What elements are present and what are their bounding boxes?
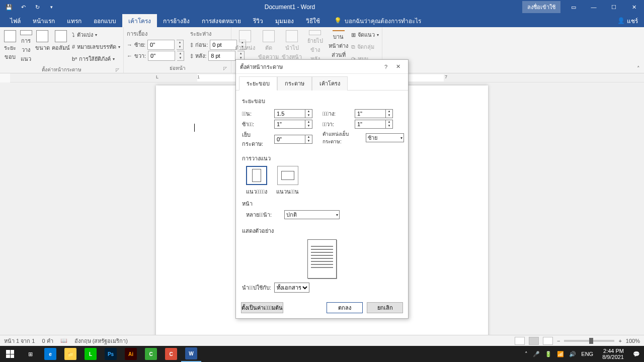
dialog-tab-layout[interactable]: เค้าโครง (312, 76, 348, 90)
right-margin-spinner[interactable]: ▲▼ (355, 120, 393, 129)
tell-me[interactable]: 💡 บอกฉันว่าคุณต้องการทำอะไร (334, 16, 421, 26)
undo-icon[interactable]: ↶ (17, 1, 29, 13)
indent-left[interactable]: →ซ้าย:▲▼ (127, 39, 184, 50)
line-numbers-button[interactable]: #หมายเลขบรรทัด▾ (72, 41, 120, 52)
margins-button[interactable]: ระยะ ขอบ (3, 29, 17, 63)
taskbar-app-camtasia[interactable]: C (141, 346, 161, 362)
right-margin-input[interactable] (355, 120, 386, 129)
right-label: ข̲วา: (323, 120, 352, 129)
tab-references[interactable]: การอ้างอิง (157, 14, 196, 27)
view-read-icon[interactable] (515, 337, 525, 345)
paragraph-launcher-icon[interactable]: ◸ (223, 66, 227, 71)
dialog-close-icon[interactable]: ✕ (392, 63, 404, 70)
collapse-ribbon-icon[interactable]: ˄ (637, 65, 640, 72)
group-paragraph-label: ย่อหน้า (170, 65, 186, 71)
columns-button[interactable]: คอลัมน์ (52, 29, 70, 63)
gutter-spinner[interactable]: ▲▼ (274, 135, 312, 144)
status-words[interactable]: 0 คำ (42, 336, 53, 345)
tab-design[interactable]: ออกแบบ (88, 14, 122, 27)
start-button[interactable] (0, 346, 20, 362)
tray-wifi-icon[interactable]: 📶 (557, 351, 564, 357)
left-margin-spinner[interactable]: ▲▼ (274, 120, 312, 129)
ribbon-display-icon[interactable]: ▭ (564, 0, 584, 14)
qat-customize-icon[interactable]: ▾ (45, 1, 57, 13)
tab-review[interactable]: รีวิว (247, 14, 269, 27)
status-page[interactable]: หน้า 1 จาก 1 (4, 336, 35, 345)
tray-notifications-icon[interactable]: 💬 (633, 351, 640, 357)
dialog-footer: ตั้งเป็นค่าเริ̲มต้น ตกลง ยกเลิก (236, 299, 408, 318)
title-bar: 💾 ↶ ↻ ▾ Document1 - Word ลงชื่อเข้าใช้ ▭… (0, 0, 644, 14)
zoom-out-icon[interactable]: − (557, 338, 560, 344)
set-default-button[interactable]: ตั้งเป็นค่าเริ̲มต้น (241, 302, 283, 313)
ok-button[interactable]: ตกลง (327, 302, 363, 313)
view-print-icon[interactable] (529, 337, 539, 345)
applyto-select[interactable]: ทั้งเอกสาร (274, 283, 309, 293)
tab-insert[interactable]: แทรก (61, 14, 88, 27)
tray-mic-icon[interactable]: 🎤 (533, 351, 540, 357)
indent-right-spinner[interactable]: ▲▼ (177, 51, 184, 61)
indent-right[interactable]: ←ขวา:▲▼ (127, 50, 184, 61)
orientation-landscape[interactable]: แนวนอ̲น (276, 166, 299, 196)
indent-right-input[interactable] (148, 51, 175, 61)
taskbar-app-illustrator[interactable]: Ai (121, 346, 141, 362)
align-button[interactable]: ⊞จัดแนว▾ (351, 29, 379, 40)
task-view-icon[interactable]: ⊞ (20, 346, 40, 362)
orientation-button[interactable]: การวาง แนว (19, 29, 33, 63)
page-setup-launcher-icon[interactable]: ◸ (116, 67, 119, 72)
vertical-ruler[interactable] (0, 82, 10, 335)
tab-view[interactable]: มุมมอง (269, 14, 300, 27)
view-web-icon[interactable] (543, 337, 553, 345)
indent-left-input[interactable] (147, 40, 175, 50)
dialog-tab-paper[interactable]: กระดาษ (277, 76, 312, 90)
zoom-slider[interactable] (564, 340, 614, 342)
taskbar-app-photoshop[interactable]: Ps (101, 346, 121, 362)
status-lang[interactable]: อังกฤษ (สหรัฐอเมริกา) (74, 336, 128, 345)
taskbar-app-camtasia2[interactable]: C (161, 346, 181, 362)
zoom-in-icon[interactable]: + (618, 338, 621, 344)
taskbar-app-word[interactable]: W (181, 346, 201, 362)
tab-help[interactable]: วิธีใช้ (300, 14, 326, 27)
tab-file[interactable]: ไฟล์ (4, 14, 27, 27)
tray-chevron-icon[interactable]: ˄ (525, 351, 528, 357)
dialog-help-icon[interactable]: ? (380, 64, 392, 70)
save-icon[interactable]: 💾 (3, 1, 15, 13)
ruler-number: 7 (445, 74, 447, 79)
tab-home[interactable]: หน้าแรก (27, 14, 61, 27)
send-backward-button: ย้ายไปข้าง หลัง (304, 29, 326, 63)
share-button[interactable]: 👤 แชร์ (617, 16, 638, 26)
spacing-after-label: หลัง: (195, 51, 206, 60)
tray-battery-icon[interactable]: 🔋 (545, 351, 552, 357)
maximize-icon[interactable]: ☐ (604, 0, 624, 14)
top-margin-spinner[interactable]: ▲▼ (274, 109, 312, 118)
minimize-icon[interactable]: — (584, 0, 604, 14)
multipages-select[interactable]: ปกติ▾ (284, 210, 340, 219)
tray-lang[interactable]: ENG (581, 351, 593, 357)
breaks-button[interactable]: ⤵ตัวแบ่ง▾ (72, 29, 120, 40)
bottom-margin-input[interactable] (355, 109, 386, 118)
tray-volume-icon[interactable]: 🔊 (569, 351, 576, 357)
left-margin-input[interactable] (274, 120, 305, 129)
top-margin-input[interactable] (274, 109, 305, 118)
orientation-portrait[interactable]: แนวตั้̲ง (246, 166, 267, 196)
tab-mailings[interactable]: การส่งจดหมาย (196, 14, 247, 27)
selection-pane-button[interactable]: บานหน้าต่าง ส่วนที่เลือก (328, 29, 349, 63)
sign-in-button[interactable]: ลงชื่อเข้าใช้ (522, 1, 560, 13)
bottom-margin-spinner[interactable]: ▲▼ (355, 109, 393, 118)
tray-clock[interactable]: 2:44 PM 8/9/2021 (598, 348, 628, 360)
gutter-input[interactable] (274, 135, 305, 144)
group-page-setup: ระยะ ขอบ การวาง แนว ขนาด คอลัมน์ ⤵ตัวแบ่… (0, 27, 124, 73)
gutter-pos-select[interactable]: ซ้าย▾ (366, 133, 404, 142)
zoom-level[interactable]: 100% (626, 338, 640, 344)
dialog-tab-margins[interactable]: ระยะขอบ (239, 76, 277, 90)
taskbar-app-explorer[interactable]: 📁 (60, 346, 80, 362)
size-button[interactable]: ขนาด (35, 29, 50, 63)
tab-layout[interactable]: เค้าโครง (122, 14, 157, 27)
taskbar-app-line[interactable]: L (80, 346, 101, 362)
close-icon[interactable]: ✕ (624, 0, 644, 14)
indent-left-spinner[interactable]: ▲▼ (177, 40, 184, 50)
redo-icon[interactable]: ↻ (31, 1, 43, 13)
spellcheck-icon[interactable]: 📖 (60, 337, 67, 344)
hyphenation-button[interactable]: bᵃการใส้ยัติภังค์▾ (72, 53, 120, 64)
cancel-button[interactable]: ยกเลิก (367, 302, 403, 313)
taskbar-app-edge[interactable]: e (40, 346, 60, 362)
